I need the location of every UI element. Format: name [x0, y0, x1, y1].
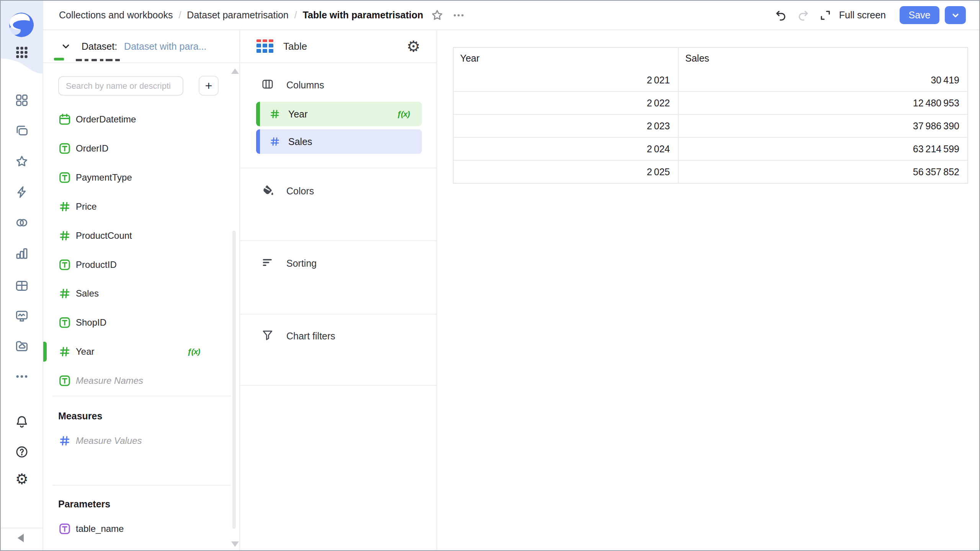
question-icon[interactable] [15, 445, 29, 459]
field-item-year[interactable]: Yearƒ(x) [43, 341, 235, 363]
chip-year[interactable]: Yearƒ(x) [256, 102, 422, 126]
dataset-collapse-chevron-icon[interactable] [60, 41, 72, 52]
monitor-icon[interactable] [15, 309, 29, 323]
chip-accent [256, 129, 260, 154]
viz-settings-gear-icon[interactable]: ⚙ [407, 39, 420, 54]
folder-cloud-icon[interactable] [15, 339, 29, 354]
preview-column-header-sales[interactable]: Sales [679, 48, 967, 69]
field-label: Price [76, 201, 97, 212]
table-viz-icon[interactable] [256, 39, 274, 53]
field-label: Measure Names [76, 375, 143, 386]
dataset-panel-scrollbar[interactable] [232, 231, 236, 529]
undo-icon[interactable] [773, 7, 789, 24]
scroll-up-icon[interactable] [231, 68, 239, 74]
section-chart-filters[interactable]: Chart filters [261, 329, 335, 343]
string-type-icon [58, 374, 71, 387]
field-label: Measure Values [76, 435, 142, 446]
preview-column-header-year[interactable]: Year [454, 48, 679, 69]
section-sorting[interactable]: Sorting [261, 256, 317, 271]
viz-settings-panel: Table ⚙ Columns Yearƒ(x)Sales Colors Sor… [240, 30, 437, 551]
string-type-icon [58, 142, 71, 155]
field-label: table_name [76, 523, 124, 534]
chip-label: Sales [288, 136, 312, 147]
chip-label: Year [288, 109, 308, 120]
number-hash-icon [269, 108, 281, 120]
dataset-label: Dataset: [82, 41, 117, 52]
parameters-heading: Parameters [58, 499, 110, 510]
paint-bucket-icon [261, 184, 274, 198]
field-item-orderid[interactable]: OrderID [43, 137, 235, 160]
formula-badge: ƒ(x) [397, 109, 410, 119]
table-row: 2 02337 986 390 [454, 114, 967, 137]
string-type-icon [58, 522, 71, 535]
field-item-productid[interactable]: ProductID [43, 254, 235, 276]
string-type-icon [58, 258, 71, 271]
field-item-paymenttype[interactable]: PaymentType [43, 166, 235, 189]
gear-icon[interactable]: ⚙ [15, 472, 29, 486]
chip-sales[interactable]: Sales [256, 129, 422, 154]
field-item-price[interactable]: Price [43, 196, 235, 218]
number-hash-icon [58, 287, 71, 300]
section-colors[interactable]: Colors [261, 184, 314, 198]
field-item-productcount[interactable]: ProductCount [43, 225, 235, 247]
field-label: OrderDatetime [76, 114, 136, 125]
more-dots-icon[interactable] [15, 369, 29, 384]
measures-heading: Measures [58, 411, 102, 422]
field-item-measure-names[interactable]: Measure Names [43, 370, 235, 392]
field-item-shopid[interactable]: ShopID [43, 311, 235, 334]
viz-type-label[interactable]: Table [283, 41, 307, 52]
breadcrumb-separator: / [289, 10, 303, 21]
collections-icon[interactable] [15, 124, 29, 138]
lightning-icon[interactable] [15, 185, 29, 199]
table-cell: 37 986 390 [679, 115, 967, 137]
dataset-name-link[interactable]: Dataset with para... [124, 41, 206, 52]
table-cell: 2 021 [454, 69, 679, 91]
sorting-label: Sorting [286, 258, 317, 269]
fullscreen-label[interactable]: Full screen [839, 10, 886, 21]
add-field-button[interactable]: + [199, 76, 219, 96]
save-dropdown-button[interactable] [945, 6, 966, 24]
field-item-measure-values[interactable]: Measure Values [43, 430, 235, 452]
active-field-accent [43, 342, 47, 362]
number-hash-icon [269, 136, 281, 147]
connections-icon[interactable] [15, 215, 29, 230]
apps-grid-icon[interactable] [14, 45, 29, 60]
table-grid-icon[interactable] [15, 279, 29, 293]
top-bar: Collections and workbooks/Dataset parame… [43, 1, 980, 30]
chip-accent [256, 102, 260, 126]
table-cell: 2 024 [454, 138, 679, 160]
table-cell: 2 025 [454, 161, 679, 183]
grid4-icon[interactable] [15, 93, 29, 108]
breadcrumb-item[interactable]: Dataset parametrisation [187, 10, 288, 21]
number-hash-icon [58, 200, 71, 213]
dataset-header: Dataset: Dataset with para... [43, 30, 239, 63]
collapse-sidebar-icon[interactable] [18, 534, 24, 542]
star-icon[interactable] [15, 154, 29, 169]
fullscreen-icon[interactable] [817, 7, 834, 24]
scroll-down-icon[interactable] [231, 541, 239, 547]
field-item-table_name[interactable]: table_name [43, 518, 235, 540]
section-columns[interactable]: Columns [261, 78, 324, 92]
viz-type-header: Table ⚙ [240, 30, 436, 63]
field-label: Year [76, 346, 95, 357]
table-cell: 12 480 953 [679, 92, 967, 114]
save-button[interactable]: Save [900, 6, 939, 24]
string-type-icon [58, 316, 71, 329]
field-item-orderdatetime[interactable]: OrderDatetime [43, 108, 235, 130]
favorite-star-icon[interactable] [429, 7, 446, 24]
redo-icon[interactable] [795, 7, 812, 24]
table-cell: 2 022 [454, 92, 679, 114]
datalens-logo[interactable] [9, 12, 34, 37]
breadcrumb-item[interactable]: Collections and workbooks [59, 10, 173, 21]
field-item-sales[interactable]: Sales [43, 282, 235, 305]
bar-chart-icon[interactable] [15, 246, 29, 261]
section-divider [240, 240, 436, 241]
field-label: ProductID [76, 259, 117, 270]
section-divider [240, 314, 436, 315]
number-hash-icon [58, 345, 71, 358]
table-cell: 30 419 [679, 69, 967, 91]
colors-label: Colors [286, 186, 314, 197]
more-menu-icon[interactable] [450, 7, 467, 24]
bell-icon[interactable] [15, 414, 29, 429]
field-search-input[interactable] [58, 76, 183, 96]
